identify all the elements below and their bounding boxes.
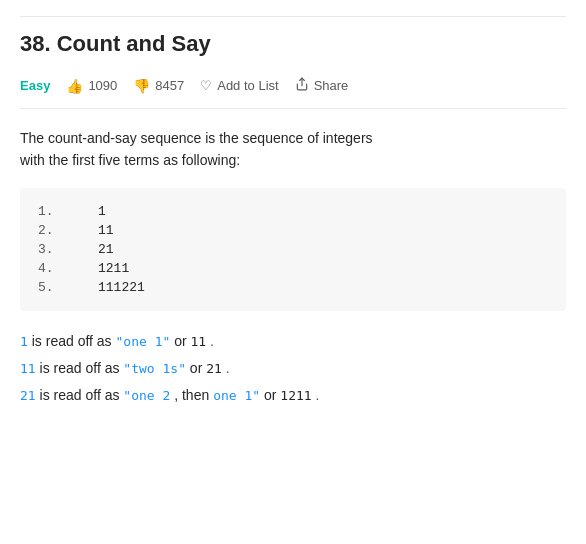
exp1-text-mid: or [174,333,190,349]
description-line1: The count-and-say sequence is the sequen… [20,130,373,146]
exp3-or: or [264,387,280,403]
exp2-num: 11 [20,361,36,376]
table-row: 2. 11 [38,221,145,240]
exp3-plain: 1211 [280,388,311,403]
add-to-list-button[interactable]: ♡ Add to List [200,78,278,93]
exp3-text-before: is read off as [40,387,124,403]
exp1-plain: 11 [191,334,207,349]
likes-button[interactable]: 👍 1090 [66,78,117,94]
problem-title: 38. Count and Say [20,16,566,67]
exp3-dot: . [316,387,320,403]
seq-value-1: 1 [98,202,145,221]
description-line2: with the first five terms as following: [20,152,240,168]
exp1-text-before: is read off as [32,333,116,349]
dislikes-button[interactable]: 👎 8457 [133,78,184,94]
exp1-dot: . [210,333,214,349]
exp3-num: 21 [20,388,36,403]
exp2-quoted: "two 1s" [123,361,186,376]
exp2-plain: 21 [206,361,222,376]
share-label: Share [314,78,349,93]
exp3-quoted1: "one 2 [123,388,170,403]
meta-row: Easy 👍 1090 👎 8457 ♡ Add to List Share [20,77,566,109]
thumbs-down-icon: 👎 [133,78,150,94]
exp2-text-before: is read off as [40,360,124,376]
sequence-block: 1. 1 2. 11 3. 21 4. 1211 5. 111221 [20,188,566,311]
explanation-block: 1 is read off as "one 1" or 11 . 11 is r… [20,329,566,409]
description-block: The count-and-say sequence is the sequen… [20,127,566,172]
seq-index-1: 1. [38,202,98,221]
exp2-dot: . [226,360,230,376]
heart-icon: ♡ [200,78,212,93]
explanation-line-1: 1 is read off as "one 1" or 11 . [20,329,566,354]
exp3-quoted2: one 1" [213,388,260,403]
exp1-num: 1 [20,334,28,349]
share-button[interactable]: Share [295,77,349,94]
exp1-quoted: "one 1" [116,334,171,349]
page-container: 38. Count and Say Easy 👍 1090 👎 8457 ♡ A… [0,0,586,426]
add-to-list-label: Add to List [217,78,278,93]
explanation-line-2: 11 is read off as "two 1s" or 21 . [20,356,566,381]
exp3-comma: , then [174,387,213,403]
seq-index-3: 3. [38,240,98,259]
sequence-table: 1. 1 2. 11 3. 21 4. 1211 5. 111221 [38,202,145,297]
dislikes-count: 8457 [155,78,184,93]
seq-index-5: 5. [38,278,98,297]
likes-count: 1090 [88,78,117,93]
share-icon [295,77,309,94]
seq-value-4: 1211 [98,259,145,278]
difficulty-badge: Easy [20,78,50,93]
thumbs-up-icon: 👍 [66,78,83,94]
seq-value-5: 111221 [98,278,145,297]
explanation-line-3: 21 is read off as "one 2 , then one 1" o… [20,383,566,408]
seq-index-2: 2. [38,221,98,240]
table-row: 1. 1 [38,202,145,221]
seq-index-4: 4. [38,259,98,278]
exp2-text-mid: or [190,360,206,376]
seq-value-2: 11 [98,221,145,240]
table-row: 3. 21 [38,240,145,259]
table-row: 5. 111221 [38,278,145,297]
table-row: 4. 1211 [38,259,145,278]
seq-value-3: 21 [98,240,145,259]
